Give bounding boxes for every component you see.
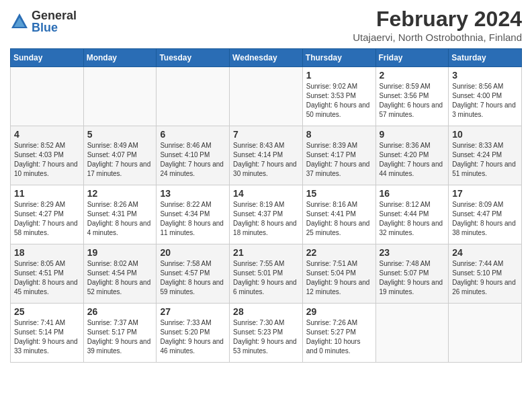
calendar-cell: 1Sunrise: 9:02 AM Sunset: 3:53 PM Daylig… [302, 67, 375, 126]
day-info: Sunrise: 8:05 AM Sunset: 4:51 PM Dayligh… [14, 259, 80, 297]
day-info: Sunrise: 8:56 AM Sunset: 4:00 PM Dayligh… [452, 82, 518, 120]
calendar-table: SundayMondayTuesdayWednesdayThursdayFrid… [10, 48, 522, 363]
day-number: 16 [380, 188, 445, 199]
day-number: 15 [306, 188, 372, 199]
day-number: 18 [14, 247, 80, 258]
header-saturday: Saturday [449, 49, 522, 67]
calendar-cell: 14Sunrise: 8:19 AM Sunset: 4:37 PM Dayli… [230, 185, 303, 244]
logo: General Blue [10, 9, 77, 34]
calendar-week-row: 1Sunrise: 9:02 AM Sunset: 3:53 PM Daylig… [11, 67, 522, 126]
day-info: Sunrise: 8:29 AM Sunset: 4:27 PM Dayligh… [14, 200, 80, 238]
day-info: Sunrise: 7:37 AM Sunset: 5:17 PM Dayligh… [87, 318, 153, 356]
calendar-cell: 20Sunrise: 7:58 AM Sunset: 4:57 PM Dayli… [157, 244, 230, 304]
day-number: 25 [14, 306, 80, 317]
logo-general: General [32, 9, 77, 21]
calendar-cell: 16Sunrise: 8:12 AM Sunset: 4:44 PM Dayli… [375, 185, 449, 244]
calendar-cell [449, 304, 522, 363]
calendar-cell: 9Sunrise: 8:36 AM Sunset: 4:20 PM Daylig… [375, 126, 449, 185]
calendar-cell: 24Sunrise: 7:44 AM Sunset: 5:10 PM Dayli… [449, 244, 522, 304]
calendar-cell [157, 67, 230, 126]
day-number: 9 [380, 129, 445, 140]
day-number: 19 [87, 247, 153, 258]
calendar-cell: 6Sunrise: 8:46 AM Sunset: 4:10 PM Daylig… [157, 126, 230, 185]
day-number: 17 [452, 188, 518, 199]
day-info: Sunrise: 7:30 AM Sunset: 5:23 PM Dayligh… [233, 318, 299, 356]
calendar-cell: 11Sunrise: 8:29 AM Sunset: 4:27 PM Dayli… [11, 185, 84, 244]
day-info: Sunrise: 8:36 AM Sunset: 4:20 PM Dayligh… [380, 141, 445, 179]
day-number: 14 [233, 188, 299, 199]
calendar-cell: 18Sunrise: 8:05 AM Sunset: 4:51 PM Dayli… [11, 244, 84, 304]
calendar-cell: 25Sunrise: 7:41 AM Sunset: 5:14 PM Dayli… [11, 304, 84, 363]
calendar-cell: 19Sunrise: 8:02 AM Sunset: 4:54 PM Dayli… [83, 244, 157, 304]
calendar-cell: 26Sunrise: 7:37 AM Sunset: 5:17 PM Dayli… [83, 304, 157, 363]
calendar-cell: 29Sunrise: 7:26 AM Sunset: 5:27 PM Dayli… [302, 304, 375, 363]
calendar-cell: 8Sunrise: 8:39 AM Sunset: 4:17 PM Daylig… [302, 126, 375, 185]
calendar-cell: 21Sunrise: 7:55 AM Sunset: 5:01 PM Dayli… [230, 244, 303, 304]
calendar-cell: 17Sunrise: 8:09 AM Sunset: 4:47 PM Dayli… [449, 185, 522, 244]
calendar-week-row: 11Sunrise: 8:29 AM Sunset: 4:27 PM Dayli… [11, 185, 522, 244]
day-number: 7 [233, 129, 299, 140]
logo-blue: Blue [32, 21, 77, 34]
day-info: Sunrise: 8:43 AM Sunset: 4:14 PM Dayligh… [233, 141, 299, 179]
day-number: 4 [14, 129, 80, 140]
calendar-cell: 3Sunrise: 8:56 AM Sunset: 4:00 PM Daylig… [449, 67, 522, 126]
calendar-cell [230, 67, 303, 126]
day-number: 20 [160, 247, 226, 258]
day-info: Sunrise: 9:02 AM Sunset: 3:53 PM Dayligh… [306, 82, 372, 120]
day-number: 6 [160, 129, 226, 140]
day-info: Sunrise: 8:22 AM Sunset: 4:34 PM Dayligh… [160, 200, 226, 238]
header-monday: Monday [83, 49, 157, 67]
day-info: Sunrise: 7:58 AM Sunset: 4:57 PM Dayligh… [160, 259, 226, 297]
header-wednesday: Wednesday [230, 49, 303, 67]
calendar-week-row: 18Sunrise: 8:05 AM Sunset: 4:51 PM Dayli… [11, 244, 522, 304]
calendar-header-row: SundayMondayTuesdayWednesdayThursdayFrid… [11, 49, 522, 67]
header-sunday: Sunday [11, 49, 84, 67]
main-title: February 2024 [353, 7, 522, 32]
calendar-cell: 7Sunrise: 8:43 AM Sunset: 4:14 PM Daylig… [230, 126, 303, 185]
day-number: 2 [380, 70, 445, 81]
calendar-cell [375, 304, 449, 363]
calendar-cell: 27Sunrise: 7:33 AM Sunset: 5:20 PM Dayli… [157, 304, 230, 363]
header: General Blue February 2024 Utajaervi, No… [10, 7, 522, 43]
day-info: Sunrise: 8:19 AM Sunset: 4:37 PM Dayligh… [233, 200, 299, 238]
calendar-week-row: 25Sunrise: 7:41 AM Sunset: 5:14 PM Dayli… [11, 304, 522, 363]
day-number: 29 [306, 306, 372, 317]
calendar-cell: 22Sunrise: 7:51 AM Sunset: 5:04 PM Dayli… [302, 244, 375, 304]
calendar-cell: 13Sunrise: 8:22 AM Sunset: 4:34 PM Dayli… [157, 185, 230, 244]
title-area: February 2024 Utajaervi, North Ostroboth… [353, 7, 522, 43]
day-info: Sunrise: 8:59 AM Sunset: 3:56 PM Dayligh… [380, 82, 445, 120]
calendar-cell: 23Sunrise: 7:48 AM Sunset: 5:07 PM Dayli… [375, 244, 449, 304]
day-info: Sunrise: 7:41 AM Sunset: 5:14 PM Dayligh… [14, 318, 80, 356]
day-info: Sunrise: 7:51 AM Sunset: 5:04 PM Dayligh… [306, 259, 372, 297]
calendar-week-row: 4Sunrise: 8:52 AM Sunset: 4:03 PM Daylig… [11, 126, 522, 185]
day-number: 8 [306, 129, 372, 140]
calendar-cell: 10Sunrise: 8:33 AM Sunset: 4:24 PM Dayli… [449, 126, 522, 185]
day-info: Sunrise: 7:33 AM Sunset: 5:20 PM Dayligh… [160, 318, 226, 356]
day-info: Sunrise: 8:46 AM Sunset: 4:10 PM Dayligh… [160, 141, 226, 179]
day-number: 23 [380, 247, 445, 258]
day-info: Sunrise: 8:16 AM Sunset: 4:41 PM Dayligh… [306, 200, 372, 238]
header-thursday: Thursday [302, 49, 375, 67]
day-number: 10 [452, 129, 518, 140]
day-info: Sunrise: 7:44 AM Sunset: 5:10 PM Dayligh… [452, 259, 518, 297]
day-number: 24 [452, 247, 518, 258]
day-number: 12 [87, 188, 153, 199]
calendar-cell: 4Sunrise: 8:52 AM Sunset: 4:03 PM Daylig… [11, 126, 84, 185]
day-info: Sunrise: 8:26 AM Sunset: 4:31 PM Dayligh… [87, 200, 153, 238]
day-info: Sunrise: 8:33 AM Sunset: 4:24 PM Dayligh… [452, 141, 518, 179]
day-number: 11 [14, 188, 80, 199]
header-friday: Friday [375, 49, 449, 67]
day-info: Sunrise: 8:49 AM Sunset: 4:07 PM Dayligh… [87, 141, 153, 179]
calendar-cell: 15Sunrise: 8:16 AM Sunset: 4:41 PM Dayli… [302, 185, 375, 244]
day-number: 28 [233, 306, 299, 317]
calendar-cell: 12Sunrise: 8:26 AM Sunset: 4:31 PM Dayli… [83, 185, 157, 244]
day-info: Sunrise: 8:39 AM Sunset: 4:17 PM Dayligh… [306, 141, 372, 179]
day-number: 22 [306, 247, 372, 258]
calendar-cell: 28Sunrise: 7:30 AM Sunset: 5:23 PM Dayli… [230, 304, 303, 363]
day-number: 3 [452, 70, 518, 81]
day-info: Sunrise: 7:55 AM Sunset: 5:01 PM Dayligh… [233, 259, 299, 297]
calendar-cell: 5Sunrise: 8:49 AM Sunset: 4:07 PM Daylig… [83, 126, 157, 185]
day-number: 5 [87, 129, 153, 140]
header-tuesday: Tuesday [157, 49, 230, 67]
calendar-cell [11, 67, 84, 126]
